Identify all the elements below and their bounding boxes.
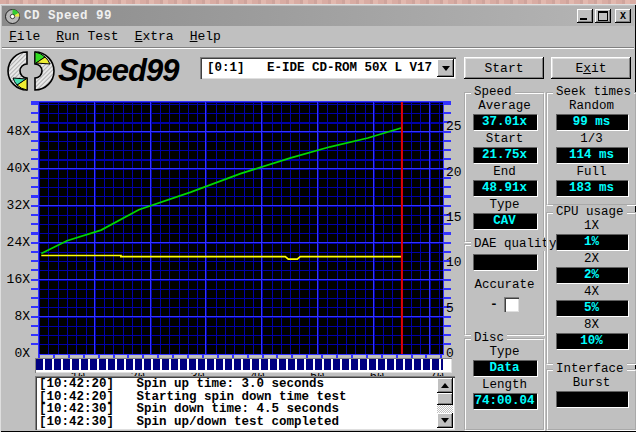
lcd-value-display: CAV <box>473 213 537 229</box>
drive-select-value: [0:1] E-IDE CD-ROM 50X L V17 <box>200 61 432 75</box>
close-icon: X <box>620 11 626 22</box>
lcd-value-display: 48.91x <box>473 180 537 196</box>
title-bar[interactable]: CD Speed 99 X <box>2 6 634 26</box>
menu-item-file[interactable]: File <box>2 27 49 46</box>
chevron-down-icon <box>442 66 450 71</box>
lcd-value-display: 5% <box>556 300 628 316</box>
arrow-down-icon <box>441 418 449 423</box>
transfer-speed-series-line <box>41 128 402 254</box>
cpu-usage-panel: CPU usage 1X1%2X2%4X5%8X10% <box>546 212 636 365</box>
speed-panel-title: Speed <box>471 85 515 99</box>
y-axis-ticks-right <box>444 101 451 353</box>
field-label: End <box>493 165 516 180</box>
exit-button-label: Exit <box>575 61 606 76</box>
scroll-up-button[interactable] <box>437 378 453 393</box>
field-label: Type <box>489 345 519 360</box>
field-label: Full <box>576 165 606 180</box>
lcd-value-display: 183 ms <box>556 180 628 196</box>
dropdown-arrow-button[interactable] <box>437 59 454 77</box>
cpu-usage-panel-title: CPU usage <box>553 205 627 219</box>
y-axis-label-left: 32X <box>2 198 30 213</box>
chart-series-svg <box>39 102 443 354</box>
lcd-value-display <box>556 391 628 407</box>
lcd-value-display: 114 ms <box>556 147 628 163</box>
speed-panel: Speed Average37.01xStart21.75xEnd48.91xT… <box>464 92 545 243</box>
accurate-label: Accurate <box>474 278 534 293</box>
field-label: Random <box>569 99 614 114</box>
y-axis-label-right: 15 <box>446 209 462 224</box>
cd-logo-icon <box>6 48 56 94</box>
close-button[interactable]: X <box>615 9 631 23</box>
dae-quality-panel: DAE quality Accurate - <box>464 244 545 336</box>
field-label: 2X <box>584 252 599 267</box>
log-line: [10:42:30] Spin up/down test completed <box>39 416 437 429</box>
exit-button[interactable]: Exit <box>551 57 631 79</box>
maximize-button[interactable] <box>595 9 611 23</box>
arrow-up-icon <box>441 383 449 388</box>
test-progress-bar <box>35 358 452 373</box>
accurate-value: - <box>490 297 498 312</box>
disc-panel-title: Disc <box>471 331 507 345</box>
y-axis-label-right: 25 <box>446 119 462 134</box>
lcd-value-display: 1% <box>556 234 628 250</box>
field-label: 1X <box>584 219 599 234</box>
y-axis-label-right: 10 <box>446 255 462 270</box>
field-label: Average <box>478 99 531 114</box>
menu-item-extra[interactable]: Extra <box>128 27 183 46</box>
field-label: 1/3 <box>580 132 603 147</box>
minimize-icon <box>580 18 587 20</box>
progress-fill <box>36 359 443 370</box>
lcd-value-display: 2% <box>556 267 628 283</box>
window-title: CD Speed 99 <box>24 9 112 23</box>
field-label: Type <box>489 198 519 213</box>
menu-item-run-test[interactable]: Run Test <box>49 27 127 46</box>
lcd-value-display: 37.01x <box>473 114 537 130</box>
start-button[interactable]: Start <box>464 57 544 79</box>
log-lines: [10:42:20] Spin up time: 3.0 seconds[10:… <box>39 378 437 428</box>
field-label: Length <box>482 378 527 393</box>
field-label: 4X <box>584 285 599 300</box>
seek-times-panel-title: Seek times <box>553 85 634 99</box>
cd-speed-app: CD Speed 99 X FileRun TestExtraHelp <box>0 0 636 432</box>
lcd-value-display: 99 ms <box>556 114 628 130</box>
scroll-down-button[interactable] <box>437 413 453 428</box>
disc-panel: Disc TypeDataLength74:00.04 <box>464 338 545 431</box>
logo-text: Speed99 <box>58 53 179 89</box>
app-window: CD Speed 99 X FileRun TestExtraHelp <box>0 4 636 432</box>
interface-panel-title: Interface <box>553 362 627 376</box>
seek-times-panel: Seek times Random99 ms1/3114 msFull183 m… <box>546 92 636 206</box>
y-axis-label-left: 0X <box>2 346 30 361</box>
menu-item-help[interactable]: Help <box>183 27 230 46</box>
lcd-value-display: 10% <box>556 333 628 349</box>
field-label: Start <box>486 132 524 147</box>
y-axis-ticks-left <box>31 101 38 353</box>
lcd-value-display: 74:00.04 <box>473 393 537 409</box>
drive-select-dropdown[interactable]: [0:1] E-IDE CD-ROM 50X L V17 <box>200 57 456 79</box>
menu-bar: FileRun TestExtraHelp <box>2 26 634 48</box>
y-axis-label-left: 24X <box>2 235 30 250</box>
minimize-button[interactable] <box>577 9 593 23</box>
y-axis-label-left: 16X <box>2 272 30 287</box>
maximize-icon <box>598 11 608 21</box>
log-line: [10:42:30] Spin down time: 4.5 seconds <box>39 403 437 416</box>
app-logo: Speed99 <box>6 50 179 92</box>
y-axis-label-left: 40X <box>2 161 30 176</box>
field-label: Burst <box>573 376 611 391</box>
interface-panel: Interface Burst <box>546 369 636 431</box>
y-axis-label-left: 48X <box>2 124 30 139</box>
lcd-value-display: 21.75x <box>473 147 537 163</box>
lcd-value-display: Data <box>473 360 537 376</box>
y-axis-label-right: 20 <box>446 164 462 179</box>
log-scrollbar[interactable] <box>437 378 453 428</box>
status-log[interactable]: [10:42:20] Spin up time: 3.0 seconds[10:… <box>35 376 455 430</box>
y-axis-label-left: 8X <box>2 309 30 324</box>
rotation-speed-series-line <box>41 256 402 260</box>
y-axis-label-right: 5 <box>446 300 454 315</box>
field-label: 8X <box>584 318 599 333</box>
log-line: [10:42:20] Spin up time: 3.0 seconds <box>39 378 437 391</box>
accurate-checkbox[interactable] <box>504 297 519 312</box>
app-cd-icon <box>5 9 20 24</box>
dae-quality-display <box>473 254 537 270</box>
scrollbar-thumb[interactable] <box>437 393 453 405</box>
speed-chart-plot <box>38 101 444 355</box>
